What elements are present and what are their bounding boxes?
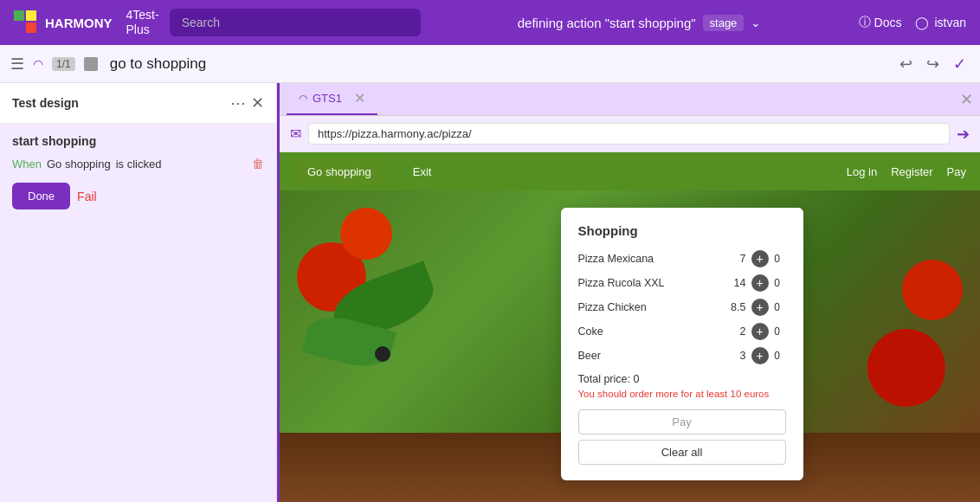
item-price: 3: [715, 350, 746, 362]
tab-label: GTS1: [313, 92, 342, 105]
tomato-decoration-2: [340, 208, 392, 260]
logo-text: HARMONY: [45, 16, 113, 30]
olive-decoration: [375, 346, 390, 362]
list-item: Coke 2 + 0: [578, 323, 786, 340]
action-description: defining action "start shopping": [518, 16, 696, 30]
mail-icon: ✉: [290, 126, 301, 142]
svg-rect-3: [26, 23, 36, 33]
trigger-text: is clicked: [116, 158, 162, 171]
pizza-site: Go shopping Exit Log in Register Pay: [280, 152, 980, 502]
list-item: Pizza Mexicana 7 + 0: [578, 250, 786, 267]
harmony-logo-icon: [14, 10, 38, 35]
second-bar: ☰ ◠ 1/1 go to shopping ↩ ↪ ✓: [0, 45, 980, 83]
main-area: Test design ⋯ ✕ start shopping When Go s…: [0, 83, 980, 502]
action-row: When Go shopping is clicked 🗑: [12, 157, 264, 171]
item-qty: 0: [769, 325, 786, 338]
list-item: Pizza Rucola XXL 14 + 0: [578, 274, 786, 292]
user-icon: ◯: [915, 16, 929, 29]
total-label: Total price:: [578, 373, 630, 385]
pay-link[interactable]: Pay: [947, 165, 966, 178]
right-panel: ◠ GTS1 ✕ ✕ ✉ ➔ Go shopping Exit Log in R…: [277, 83, 980, 502]
dropdown-icon[interactable]: ⌄: [751, 16, 761, 29]
pizza-nav: Go shopping Exit Log in Register Pay: [280, 152, 980, 190]
confirm-button[interactable]: ✓: [950, 51, 970, 77]
top-nav: HARMONY 4Test- Plus defining action "sta…: [0, 0, 980, 45]
address-input[interactable]: [308, 123, 950, 145]
result-row: Done Fail: [12, 183, 264, 209]
item-qty: 0: [769, 253, 786, 265]
item-plus-button[interactable]: +: [751, 347, 769, 364]
tomato-decoration-3: [867, 329, 945, 407]
item-price: 2: [715, 325, 746, 338]
svg-rect-1: [26, 10, 36, 21]
clear-button[interactable]: Clear all: [578, 440, 786, 465]
app-name: 4Test- Plus: [126, 8, 159, 37]
item-name: Beer: [578, 350, 715, 362]
fail-label: Fail: [77, 190, 97, 203]
docs-circle-icon: ⓘ: [859, 15, 871, 30]
register-link[interactable]: Register: [891, 165, 932, 178]
warning-text: You should order more for at least 10 eu…: [578, 389, 786, 399]
action-section: start shopping When Go shopping is click…: [0, 124, 276, 220]
stage-badge: stage: [703, 15, 745, 31]
pay-button[interactable]: Pay: [578, 409, 786, 434]
secondbar-actions: ↩ ↪ ✓: [896, 51, 970, 77]
when-label: When: [12, 158, 42, 171]
browser-tabs: ◠ GTS1 ✕ ✕: [280, 83, 980, 116]
panel-header: Test design ⋯ ✕: [0, 83, 276, 124]
browser-panel-close-button[interactable]: ✕: [960, 90, 973, 109]
item-price: 7: [715, 253, 746, 265]
browser-address-bar: ✉ ➔: [280, 116, 980, 152]
counter-badge: 1/1: [52, 57, 75, 71]
item-price: 8.5: [715, 301, 746, 313]
item-name: Coke: [578, 325, 715, 338]
item-name: Pizza Rucola XXL: [578, 277, 715, 289]
browser-tab-gts1[interactable]: ◠ GTS1 ✕: [287, 83, 377, 115]
docs-button[interactable]: ⓘ Docs: [859, 15, 902, 30]
item-qty: 0: [769, 277, 786, 289]
delete-button[interactable]: 🗑: [252, 157, 264, 171]
redo-button[interactable]: ↪: [923, 51, 943, 77]
total-line: Total price: 0: [578, 373, 786, 385]
loading-spinner: ◠: [33, 57, 43, 71]
shopping-modal: Shopping Pizza Mexicana 7 + 0 Pizza Ruco…: [561, 208, 803, 480]
tab-spinner-icon: ◠: [299, 93, 307, 105]
list-item: Pizza Chicken 8.5 + 0: [578, 299, 786, 316]
sidebar-toggle-button[interactable]: ☰: [10, 55, 24, 74]
shopping-modal-title: Shopping: [578, 223, 786, 238]
item-plus-button[interactable]: +: [751, 323, 769, 340]
done-button[interactable]: Done: [12, 183, 70, 209]
pizza-content: Shopping Pizza Mexicana 7 + 0 Pizza Ruco…: [280, 190, 980, 502]
panel-title: Test design: [12, 96, 225, 110]
user-button[interactable]: ◯ istvan: [915, 16, 966, 29]
panel-close-button[interactable]: ✕: [251, 93, 264, 113]
item-price: 14: [715, 277, 746, 289]
undo-button[interactable]: ↩: [896, 51, 916, 77]
element-button[interactable]: Go shopping: [47, 158, 111, 171]
go-shopping-nav-button[interactable]: Go shopping: [293, 158, 385, 185]
svg-rect-2: [14, 23, 24, 33]
left-panel: Test design ⋯ ✕ start shopping When Go s…: [0, 83, 277, 502]
total-value: 0: [633, 373, 639, 385]
item-plus-button[interactable]: +: [751, 274, 769, 292]
navigate-button[interactable]: ➔: [957, 125, 970, 144]
item-qty: 0: [769, 301, 786, 313]
logo-area: HARMONY: [14, 10, 113, 35]
list-item: Beer 3 + 0: [578, 347, 786, 364]
tab-close-button[interactable]: ✕: [354, 90, 365, 106]
page-title: go to shopping: [110, 55, 207, 73]
item-name: Pizza Mexicana: [578, 253, 715, 265]
login-link[interactable]: Log in: [847, 165, 877, 178]
item-name: Pizza Chicken: [578, 301, 715, 313]
item-plus-button[interactable]: +: [751, 250, 769, 267]
nav-right: ⓘ Docs ◯ istvan: [859, 15, 966, 30]
exit-nav-button[interactable]: Exit: [403, 158, 442, 185]
item-qty: 0: [769, 350, 786, 362]
item-plus-button[interactable]: +: [751, 299, 769, 316]
panel-menu-button[interactable]: ⋯: [225, 92, 251, 114]
action-name: start shopping: [12, 134, 264, 148]
center-info: defining action "start shopping" stage ⌄: [431, 15, 848, 31]
svg-rect-0: [14, 10, 24, 21]
search-input[interactable]: [170, 9, 421, 36]
tomato-decoration-4: [902, 260, 963, 320]
